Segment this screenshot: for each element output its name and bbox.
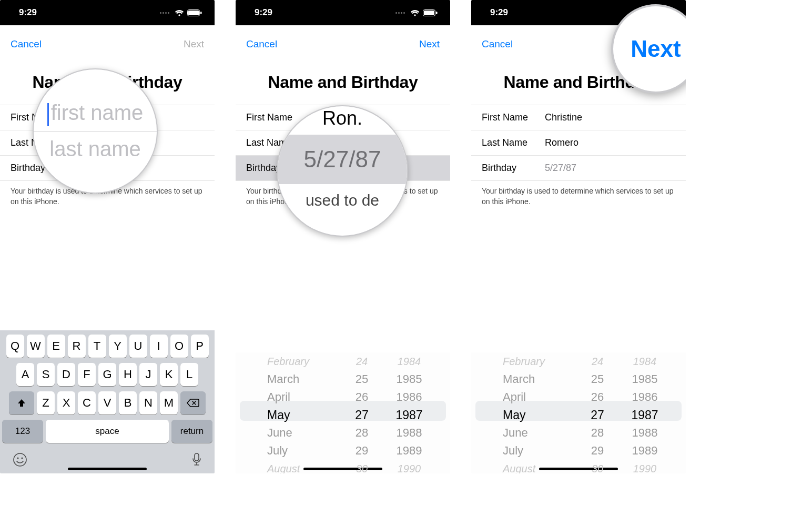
next-button[interactable]: Next <box>184 38 204 50</box>
picker-item[interactable]: 1986 <box>618 388 671 406</box>
dictation-icon[interactable] <box>191 452 202 469</box>
key-s[interactable]: S <box>37 363 55 386</box>
shift-key[interactable] <box>9 391 34 414</box>
picker-item[interactable]: 1984 <box>618 352 671 370</box>
key-w[interactable]: W <box>27 335 45 358</box>
picker-item[interactable]: 28 <box>341 424 383 442</box>
key-t[interactable]: T <box>88 335 106 358</box>
picker-item[interactable]: 24 <box>341 352 383 370</box>
picker-item[interactable]: 1990 <box>618 460 671 473</box>
emoji-icon[interactable] <box>13 452 27 469</box>
key-y[interactable]: Y <box>109 335 127 358</box>
date-picker[interactable]: FebruaryMarchAprilMayJuneJulyAugust 2425… <box>471 352 686 473</box>
picker-day-column[interactable]: 24252627282930 <box>341 352 383 473</box>
key-x[interactable]: X <box>57 391 75 414</box>
picker-item[interactable]: 25 <box>576 370 618 388</box>
svg-point-3 <box>14 453 26 466</box>
picker-item[interactable]: April <box>503 388 566 406</box>
keyboard[interactable]: QWERTYUIOP ASDFGHJKL ZXCVBNM 123 space r… <box>0 330 215 473</box>
phone-screen-1: 9:29 Cancel Next Name and Birthday First… <box>0 0 215 473</box>
picker-year-column[interactable]: 1984198519861987198819891990 <box>383 352 435 473</box>
picker-item[interactable]: 1985 <box>618 370 671 388</box>
picker-item[interactable]: 26 <box>341 388 383 406</box>
picker-item[interactable]: March <box>267 370 330 388</box>
key-i[interactable]: I <box>150 335 168 358</box>
picker-item[interactable]: March <box>503 370 566 388</box>
key-a[interactable]: A <box>16 363 34 386</box>
picker-item[interactable]: 26 <box>576 388 618 406</box>
picker-item[interactable]: 1984 <box>383 352 435 370</box>
picker-item[interactable]: 29 <box>576 442 618 460</box>
key-u[interactable]: U <box>129 335 147 358</box>
key-k[interactable]: K <box>160 363 178 386</box>
cancel-button[interactable]: Cancel <box>11 38 42 50</box>
space-key[interactable]: space <box>46 420 169 443</box>
picker-item[interactable]: 27 <box>341 406 383 424</box>
picker-item[interactable]: February <box>503 352 566 370</box>
cancel-button[interactable]: Cancel <box>482 38 513 50</box>
picker-item[interactable]: May <box>503 406 566 424</box>
picker-item[interactable]: 1988 <box>618 424 671 442</box>
picker-item[interactable]: July <box>503 442 566 460</box>
picker-item[interactable]: 30 <box>341 460 383 473</box>
picker-year-column[interactable]: 1984198519861987198819891990 <box>618 352 671 473</box>
key-l[interactable]: L <box>180 363 198 386</box>
last-name-row[interactable]: Last Name Romero <box>471 130 686 156</box>
picker-item[interactable]: July <box>267 442 330 460</box>
key-b[interactable]: B <box>119 391 137 414</box>
picker-day-column[interactable]: 24252627282930 <box>576 352 618 473</box>
picker-item[interactable]: 29 <box>341 442 383 460</box>
key-r[interactable]: R <box>68 335 86 358</box>
svg-point-5 <box>21 457 23 459</box>
date-picker[interactable]: FebruaryMarchAprilMayJuneJulyAugust 2425… <box>236 352 450 473</box>
key-o[interactable]: O <box>170 335 188 358</box>
key-m[interactable]: M <box>160 391 178 414</box>
battery-icon <box>423 9 438 16</box>
picker-item[interactable]: 1989 <box>383 442 435 460</box>
footnote: Your birthday is used to determine which… <box>471 181 686 207</box>
backspace-key[interactable] <box>180 391 206 414</box>
key-n[interactable]: N <box>139 391 157 414</box>
picker-item[interactable]: 25 <box>341 370 383 388</box>
picker-item[interactable]: 1987 <box>618 406 671 424</box>
picker-item[interactable]: 1989 <box>618 442 671 460</box>
picker-item[interactable]: 1986 <box>383 388 435 406</box>
picker-item[interactable]: 1988 <box>383 424 435 442</box>
picker-item[interactable]: February <box>267 352 330 370</box>
status-bar: 9:29 <box>0 0 215 25</box>
key-q[interactable]: Q <box>6 335 24 358</box>
key-g[interactable]: G <box>98 363 116 386</box>
phone-screen-3: 9:29 Cancel Next Name and Birthday First… <box>471 0 686 473</box>
picker-item[interactable]: April <box>267 388 330 406</box>
picker-item[interactable]: 1985 <box>383 370 435 388</box>
key-d[interactable]: D <box>57 363 75 386</box>
picker-item[interactable]: June <box>503 424 566 442</box>
picker-item[interactable]: 24 <box>576 352 618 370</box>
home-indicator[interactable] <box>68 468 147 470</box>
picker-item[interactable]: August <box>267 460 330 473</box>
key-z[interactable]: Z <box>37 391 55 414</box>
key-p[interactable]: P <box>191 335 209 358</box>
picker-item[interactable]: 1990 <box>383 460 435 473</box>
key-v[interactable]: V <box>98 391 116 414</box>
picker-item[interactable]: 1987 <box>383 406 435 424</box>
key-e[interactable]: E <box>47 335 65 358</box>
return-key[interactable]: return <box>171 420 212 443</box>
picker-item[interactable]: 28 <box>576 424 618 442</box>
next-button[interactable]: Next <box>419 38 440 50</box>
key-c[interactable]: C <box>78 391 96 414</box>
key-h[interactable]: H <box>119 363 137 386</box>
picker-item[interactable]: 30 <box>576 460 618 473</box>
picker-month-column[interactable]: FebruaryMarchAprilMayJuneJulyAugust <box>257 352 330 473</box>
numbers-key[interactable]: 123 <box>2 420 43 443</box>
key-j[interactable]: J <box>139 363 157 386</box>
picker-item[interactable]: May <box>267 406 330 424</box>
picker-item[interactable]: June <box>267 424 330 442</box>
key-f[interactable]: F <box>78 363 96 386</box>
picker-item[interactable]: August <box>503 460 566 473</box>
first-name-row[interactable]: First Name Christine <box>471 105 686 130</box>
picker-item[interactable]: 27 <box>576 406 618 424</box>
birthday-row[interactable]: Birthday 5/27/87 <box>471 156 686 181</box>
cancel-button[interactable]: Cancel <box>246 38 277 50</box>
picker-month-column[interactable]: FebruaryMarchAprilMayJuneJulyAugust <box>492 352 566 473</box>
